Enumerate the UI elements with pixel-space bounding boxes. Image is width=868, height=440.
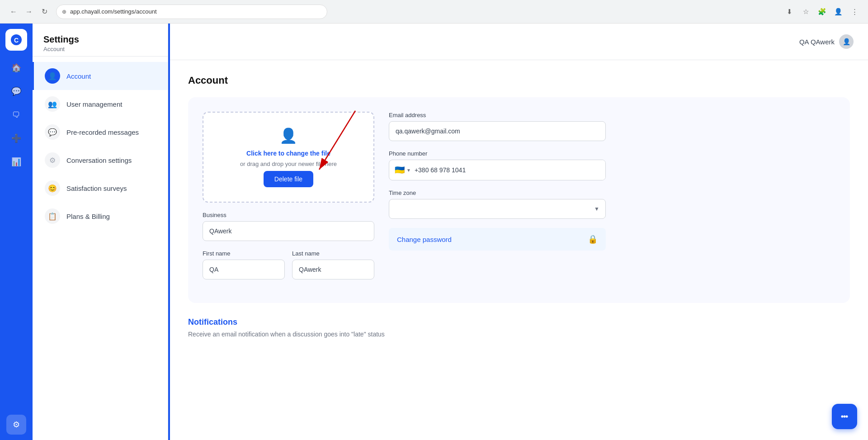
conversation-settings-label: Conversation settings [66, 156, 132, 164]
forward-button[interactable]: → [23, 5, 35, 18]
delete-file-button[interactable]: Delete file [264, 171, 313, 187]
flag-dropdown-arrow: ▼ [406, 168, 411, 173]
sidebar-nav: 👤 Account 👥 User management 💬 Pre-record… [33, 57, 168, 236]
iconbar-chart[interactable]: 📊 [6, 152, 26, 172]
profile-btn[interactable]: 👤 [832, 5, 844, 18]
plans-billing-label: Plans & Billing [66, 213, 110, 220]
browser-chrome: ← → ↻ ⊕ app.chayall.com/settings/account… [0, 0, 868, 24]
upload-dropzone[interactable]: 👤 Click here to change the file or drag … [203, 112, 374, 203]
download-btn[interactable]: ⬇ [783, 5, 796, 18]
phone-label: Phone number [389, 150, 606, 157]
floating-chat-button[interactable] [832, 404, 857, 429]
address-bar[interactable]: ⊕ app.chayall.com/settings/account [56, 5, 327, 19]
satisfaction-surveys-icon: 😊 [45, 180, 60, 196]
sidebar-title: Settings [43, 34, 157, 45]
icon-bar: C 🏠 💬 🗨 ➕ 📊 ⚙ [0, 24, 33, 440]
sidebar-item-conversation-settings[interactable]: ⚙ Conversation settings [33, 146, 168, 174]
iconbar-home[interactable]: 🏠 [6, 58, 26, 78]
phone-flag-selector[interactable]: 🇺🇦 ▼ [389, 165, 415, 175]
browser-nav-buttons: ← → ↻ [7, 5, 51, 18]
main-header: QA QAwerk 👤 [170, 24, 868, 60]
lock-icon: 🔒 [588, 234, 598, 244]
sidebar: Settings Account 👤 Account 👥 User manage… [33, 24, 168, 440]
reload-button[interactable]: ↻ [38, 5, 51, 18]
conversation-settings-icon: ⚙ [45, 152, 60, 168]
notifications-title: Notifications [188, 317, 850, 327]
iconbar-settings[interactable]: ⚙ [6, 415, 26, 435]
account-icon: 👤 [45, 68, 60, 84]
right-panel: Email address Phone number 🇺🇦 ▼ [389, 112, 606, 289]
user-avatar[interactable]: 👤 [839, 34, 854, 49]
sidebar-item-satisfaction-surveys[interactable]: 😊 Satisfaction surveys [33, 174, 168, 202]
timezone-wrapper: UTC America/New_York Europe/Kyiv ▼ [389, 199, 606, 219]
url-text: app.chayall.com/settings/account [70, 8, 157, 15]
bookmark-btn[interactable]: ☆ [799, 5, 812, 18]
upload-area: 👤 Click here to change the file or drag … [203, 112, 374, 289]
flag-emoji: 🇺🇦 [395, 165, 405, 175]
email-field-group: Email address [389, 112, 606, 141]
business-field-group: Business [203, 212, 374, 241]
back-button[interactable]: ← [7, 5, 20, 18]
account-card: 👤 Click here to change the file or drag … [188, 97, 850, 303]
app-container: C 🏠 💬 🗨 ➕ 📊 ⚙ Settings Account 👤 Account… [0, 24, 868, 440]
sidebar-header: Settings Account [33, 24, 168, 57]
last-name-label: Last name [292, 250, 374, 257]
phone-input-wrapper: 🇺🇦 ▼ [389, 160, 606, 180]
email-label: Email address [389, 112, 606, 118]
main-content: QA QAwerk 👤 Account [170, 24, 868, 440]
sidebar-item-account[interactable]: 👤 Account [33, 62, 168, 90]
svg-point-5 [844, 416, 846, 418]
upload-click-text: Click here to change the file [246, 150, 330, 157]
first-name-input[interactable] [203, 260, 285, 279]
extension-btn[interactable]: 🧩 [816, 5, 828, 18]
notifications-section: Notifications Receive an email notificat… [188, 317, 850, 338]
last-name-input[interactable] [292, 260, 374, 279]
timezone-field-group: Time zone UTC America/New_York Europe/Ky… [389, 189, 606, 219]
business-input[interactable] [203, 221, 374, 241]
sidebar-item-user-management[interactable]: 👥 User management [33, 90, 168, 118]
pre-recorded-label: Pre-recorded messages [66, 128, 139, 136]
last-name-field-group: Last name [292, 250, 374, 279]
business-label: Business [203, 212, 374, 218]
name-fields-row: First name Last name [203, 250, 374, 289]
phone-field-group: Phone number 🇺🇦 ▼ [389, 150, 606, 180]
page-title: Account [188, 75, 850, 86]
user-info: QA QAwerk 👤 [799, 34, 854, 49]
timezone-select[interactable]: UTC America/New_York Europe/Kyiv [389, 199, 606, 219]
first-name-label: First name [203, 250, 285, 257]
user-management-label: User management [66, 100, 122, 108]
change-password-label: Change password [397, 236, 452, 243]
upload-drag-text: or drag and drop your newer file here [240, 161, 337, 167]
satisfaction-surveys-label: Satisfaction surveys [66, 185, 127, 192]
user-name: QA QAwerk [799, 38, 835, 46]
svg-point-6 [846, 416, 848, 418]
iconbar-chat[interactable]: 💬 [6, 81, 26, 101]
change-password-button[interactable]: Change password 🔒 [389, 228, 606, 251]
content-area: Account 👤 Click here to chan [170, 60, 868, 352]
first-name-field-group: First name [203, 250, 285, 279]
app-logo[interactable]: C [5, 29, 27, 51]
browser-actions: ⬇ ☆ 🧩 👤 ⋮ [783, 5, 861, 18]
timezone-label: Time zone [389, 189, 606, 196]
user-management-icon: 👥 [45, 96, 60, 112]
iconbar-messages[interactable]: 🗨 [6, 105, 26, 125]
svg-point-4 [841, 416, 844, 418]
sidebar-item-pre-recorded[interactable]: 💬 Pre-recorded messages [33, 118, 168, 146]
pre-recorded-icon: 💬 [45, 124, 60, 140]
email-input[interactable] [389, 121, 606, 141]
more-btn[interactable]: ⋮ [848, 5, 861, 18]
upload-user-icon: 👤 [279, 127, 297, 144]
plans-billing-icon: 📋 [45, 208, 60, 224]
account-label: Account [66, 72, 91, 80]
sidebar-subtitle: Account [43, 46, 157, 52]
sidebar-item-plans-billing[interactable]: 📋 Plans & Billing [33, 202, 168, 230]
svg-text:C: C [14, 37, 19, 44]
notifications-description: Receive an email notification when a dis… [188, 331, 850, 338]
phone-number-input[interactable] [415, 160, 605, 180]
iconbar-add[interactable]: ➕ [6, 128, 26, 148]
address-icon: ⊕ [62, 9, 66, 15]
